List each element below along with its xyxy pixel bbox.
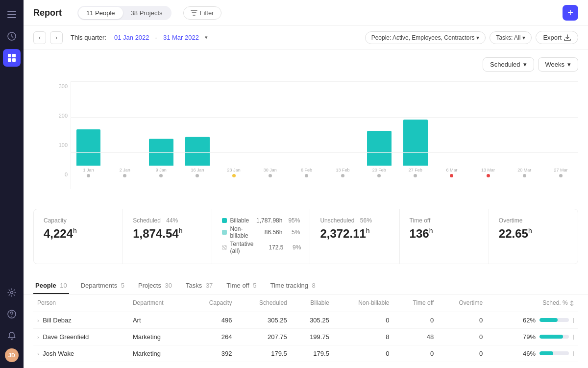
toolbar: ‹ › This quarter: 01 Jan 2022 - 31 Mar 2…	[24, 26, 588, 49]
col-overtime: Overtime	[438, 294, 487, 312]
next-button[interactable]: ›	[50, 31, 63, 44]
bar-group-10: 6 Mar	[434, 81, 469, 177]
bar-group-6: 6 Feb	[289, 81, 324, 177]
col-billable: Billable	[291, 294, 333, 312]
date-end[interactable]: 31 Mar 2022	[163, 34, 199, 41]
notification-icon[interactable]	[3, 327, 21, 344]
progress-bar	[539, 318, 569, 322]
chart-wrapper: 300 200 100 0	[33, 77, 578, 209]
dashboard-icon[interactable]	[3, 49, 21, 67]
cell-dept: Art	[129, 312, 189, 328]
table-wrap: Person Department Capacity Scheduled Bil…	[24, 294, 588, 368]
people-filter-label: People: Active, Employees, Contractors	[371, 34, 475, 41]
hamburger-icon[interactable]	[3, 6, 21, 24]
cell-timeoff: 56	[393, 362, 438, 368]
main-content: Report 11 People 38 Projects Filter + ‹ …	[24, 0, 588, 368]
add-button[interactable]: +	[563, 5, 578, 21]
weeks-arrow: ▾	[567, 61, 571, 68]
svg-rect-5	[12, 54, 16, 57]
scheduled-value: 1,874.54h	[133, 227, 202, 241]
unscheduled-label: Unscheduled 56%	[320, 217, 389, 224]
col-capacity: Capacity	[189, 294, 236, 312]
bar-group-1: 2 Jan	[107, 81, 142, 177]
clock-icon[interactable]	[3, 27, 21, 45]
cell-overtime: 0	[438, 345, 487, 362]
cell-non-billable: 8	[333, 328, 393, 345]
progress-bar	[539, 351, 569, 355]
weeks-dropdown[interactable]: Weeks ▾	[538, 57, 579, 72]
cell-billable: 179.5	[291, 345, 333, 362]
cell-dept: Marketing	[129, 345, 189, 362]
scheduled-dropdown[interactable]: Scheduled ▾	[483, 57, 534, 72]
bar-group-2: 9 Jan	[144, 81, 178, 177]
tab-projects[interactable]: 38 Projects	[123, 7, 171, 19]
stat-timeoff: Time off 136h	[400, 209, 489, 264]
bar-group-8: 20 Feb	[362, 81, 396, 177]
tab-departments[interactable]: Departments 5	[79, 278, 126, 294]
expand-arrow[interactable]: ›	[37, 351, 39, 357]
scheduled-arrow: ▾	[523, 61, 527, 68]
expand-arrow[interactable]: ›	[37, 334, 39, 340]
cell-capacity: 264	[189, 328, 236, 345]
cell-sched-pct: 46% |	[487, 345, 578, 362]
progress-bar	[539, 335, 569, 339]
col-scheduled: Scheduled	[236, 294, 291, 312]
overtime-label: Overtime	[499, 217, 568, 224]
cell-billable: 280	[291, 362, 333, 368]
tab-projects[interactable]: Projects 30	[136, 278, 174, 294]
chart-controls: Scheduled ▾ Weeks ▾	[33, 57, 578, 72]
filter-button[interactable]: Filter	[183, 6, 221, 20]
chart-section: Scheduled ▾ Weeks ▾ 300 200 100 0	[24, 49, 588, 209]
col-time-off: Time off	[393, 294, 438, 312]
legend-dot-billable	[222, 218, 227, 223]
settings-icon[interactable]	[3, 284, 21, 301]
bar-group-0: 1 Jan	[71, 81, 106, 177]
cell-timeoff: 48	[393, 328, 438, 345]
capacity-value: 4,224h	[44, 227, 113, 241]
col-sched-pct[interactable]: Sched. %	[487, 294, 578, 312]
cell-overtime: 9.9	[438, 362, 487, 368]
svg-point-8	[11, 292, 13, 294]
cell-sched-pct: 62% |	[487, 312, 578, 328]
cell-overtime: 0	[438, 328, 487, 345]
tasks-filter-dropdown[interactable]: Tasks: All ▾	[490, 31, 532, 44]
date-start[interactable]: 01 Jan 2022	[114, 34, 149, 41]
unscheduled-value: 2,372.11h	[320, 227, 389, 241]
toolbar-right: People: Active, Employees, Contractors ▾…	[365, 31, 578, 44]
chart-bars: 1 Jan 2 Jan	[71, 81, 578, 189]
stat-legend: Billable 1,787.98h 95% Non-billable 86.5…	[212, 209, 310, 264]
cell-capacity: 392	[189, 345, 236, 362]
svg-rect-4	[8, 54, 11, 57]
prev-button[interactable]: ‹	[33, 31, 46, 44]
cell-scheduled: 207.75	[236, 328, 291, 345]
export-button[interactable]: Export	[536, 31, 578, 44]
legend-dot-tentative	[222, 245, 227, 250]
date-dropdown-arrow[interactable]: ▾	[205, 34, 208, 41]
date-sep: -	[155, 34, 157, 41]
expand-arrow[interactable]: ›	[37, 318, 39, 323]
weeks-label: Weeks	[545, 61, 565, 68]
header: Report 11 People 38 Projects Filter +	[24, 0, 588, 26]
avatar[interactable]: JD	[5, 348, 19, 362]
tab-group: 11 People 38 Projects	[77, 6, 172, 20]
scheduled-label: Scheduled	[490, 61, 520, 68]
cell-overtime: 0	[438, 312, 487, 328]
y-label-0: 0	[65, 172, 68, 177]
cell-scheduled: 305.25	[236, 312, 291, 328]
svg-rect-6	[8, 58, 11, 62]
cell-timeoff: 0	[393, 345, 438, 362]
tab-people[interactable]: 11 People	[78, 7, 123, 19]
col-person: Person	[33, 294, 129, 312]
bar-group-11: 13 Mar	[471, 81, 506, 177]
tab-tasks[interactable]: Tasks 37	[184, 278, 215, 294]
people-table: Person Department Capacity Scheduled Bil…	[33, 294, 578, 368]
cell-capacity: 496	[189, 312, 236, 328]
tab-timeoff[interactable]: Time off 5	[224, 278, 258, 294]
tab-people[interactable]: People 10	[33, 278, 69, 294]
people-filter-dropdown[interactable]: People: Active, Employees, Contractors ▾	[365, 31, 486, 44]
cell-person: › Josh Wake	[33, 345, 129, 362]
y-label-200: 200	[59, 113, 68, 119]
help-icon[interactable]	[3, 305, 21, 323]
cell-billable: 199.75	[291, 328, 333, 345]
tab-time-tracking[interactable]: Time tracking 8	[268, 278, 317, 294]
